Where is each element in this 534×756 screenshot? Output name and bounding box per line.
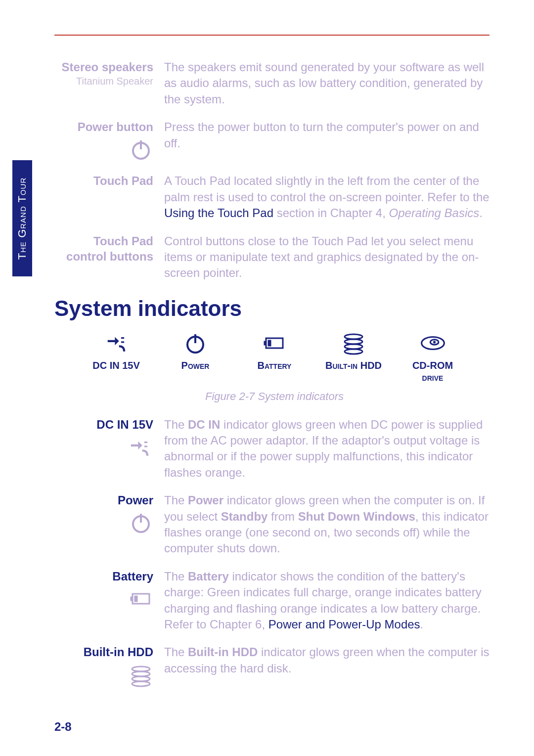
definition-label: Power button	[54, 119, 153, 161]
plug-icon	[54, 435, 153, 460]
label-text: Built-in HDD	[84, 645, 153, 659]
indicator-label-col: Battery	[54, 569, 153, 633]
power-icon	[54, 137, 153, 161]
body-text: The	[164, 418, 188, 431]
power-icon	[54, 511, 153, 534]
definition-label: Stereo speakers Titanium Speaker	[54, 59, 153, 107]
body-text: A Touch Pad located slightly in the left…	[164, 174, 490, 203]
indicator-row: DC IN 15V The DC IN indicator glows gree…	[54, 417, 494, 481]
label-text: Power button	[78, 120, 153, 133]
bold-text: Standby	[221, 510, 268, 523]
indicator-col-power: Power	[166, 331, 225, 383]
sidebar-label: The Grand Tour	[16, 177, 29, 260]
label-text: Power	[118, 493, 153, 507]
hdd-icon	[54, 663, 153, 688]
bold-text: Built-in HDD	[188, 645, 258, 659]
section-heading: System indicators	[54, 296, 494, 321]
figure-caption: Figure 2-7 System indicators	[54, 390, 494, 403]
definition-body: A Touch Pad located slightly in the left…	[164, 173, 494, 221]
definition-label: Touch Pad	[54, 173, 153, 221]
link-text: Using the Touch Pad	[164, 206, 273, 220]
indicator-icon-row: DC IN 15V Power Battery Built-in HDD CD-…	[54, 331, 494, 383]
body-text: The	[164, 570, 188, 583]
page-content: Stereo speakers Titanium Speaker The spe…	[54, 59, 494, 700]
label-text: Touch Pad	[93, 174, 153, 187]
indicator-label: Built-in HDD	[325, 359, 382, 371]
body-text: .	[479, 206, 483, 220]
bold-text: Power	[188, 493, 223, 507]
indicator-label-col: Power	[54, 492, 153, 557]
indicator-row: Power The Power indicator glows green wh…	[54, 492, 494, 557]
indicator-body: The Built-in HDD indicator glows green w…	[164, 644, 494, 687]
label-text: DC IN 15V	[96, 418, 153, 431]
em-text: Operating Basics	[389, 206, 480, 220]
indicator-label: Battery	[258, 359, 292, 371]
indicator-col-hdd: Built-in HDD	[324, 331, 383, 383]
bold-text: DC IN	[188, 418, 220, 431]
indicator-body: The Power indicator glows green when the…	[164, 492, 494, 557]
indicator-row: Built-in HDD The Built-in HDD indicator …	[54, 644, 494, 687]
body-text: The	[164, 493, 188, 507]
indicator-label: DC IN 15V	[92, 359, 140, 371]
indicator-label-col: DC IN 15V	[54, 417, 153, 481]
definition-body: The speakers emit sound generated by you…	[164, 59, 494, 107]
definition-body: Control buttons close to the Touch Pad l…	[164, 233, 494, 281]
body-text: .	[420, 618, 424, 631]
bold-text: Battery	[188, 570, 229, 583]
indicator-label-col: Built-in HDD	[54, 644, 153, 687]
body-text: section in Chapter 4,	[273, 206, 389, 220]
indicator-col-dcin: DC IN 15V	[87, 331, 146, 383]
definition-label: Touch Pad control buttons	[54, 233, 153, 281]
indicator-row: Battery The Battery indicator shows the …	[54, 569, 494, 633]
body-text: The	[164, 645, 188, 659]
label-text: Stereo speakers	[62, 60, 153, 74]
indicator-label: Power	[181, 359, 210, 371]
sidebar-tab: The Grand Tour	[12, 160, 32, 276]
definition-body: Press the power button to turn the compu…	[164, 119, 494, 161]
top-rule	[54, 35, 490, 36]
battery-icon	[54, 587, 153, 611]
body-text: from	[267, 510, 298, 523]
indicator-col-battery: Battery	[245, 331, 304, 383]
definition-row: Touch Pad A Touch Pad located slightly i…	[54, 173, 494, 221]
definition-row: Touch Pad control buttons Control button…	[54, 233, 494, 281]
link-text: Power and Power-Up Modes	[268, 618, 420, 631]
indicator-body: The DC IN indicator glows green when DC …	[164, 417, 494, 481]
label-text: Touch Pad control buttons	[66, 234, 153, 263]
definition-row: Stereo speakers Titanium Speaker The spe…	[54, 59, 494, 107]
indicator-col-cdrom: CD-ROM drive	[403, 331, 462, 383]
label-text: Battery	[112, 570, 153, 583]
label-sub: Titanium Speaker	[54, 75, 153, 88]
page-number: 2-8	[54, 720, 72, 734]
indicator-body: The Battery indicator shows the conditio…	[164, 569, 494, 633]
definition-row: Power button Press the power button to t…	[54, 119, 494, 161]
indicator-label: CD-ROM drive	[403, 359, 462, 383]
bold-text: Shut Down Windows	[298, 510, 415, 523]
